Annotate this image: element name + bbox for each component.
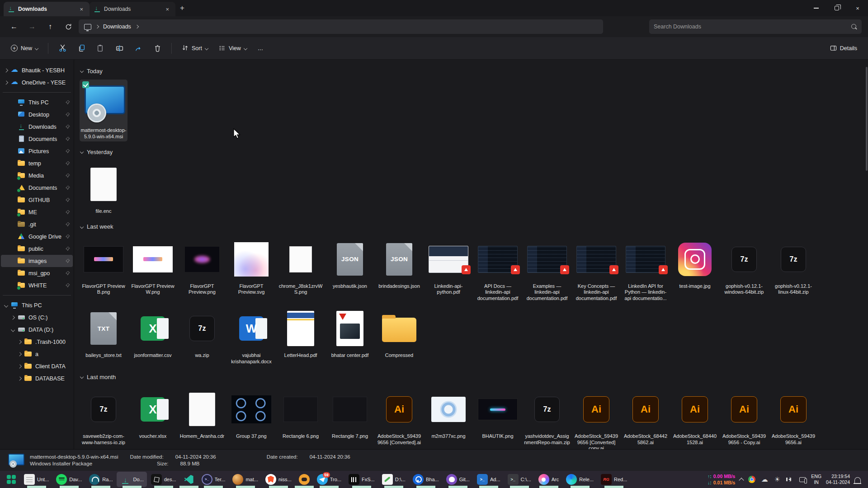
back-button[interactable]: ← <box>6 19 22 34</box>
tab-close-icon[interactable]: × <box>78 5 85 13</box>
file-tile[interactable]: file.enc <box>80 160 127 216</box>
volume-icon[interactable] <box>786 475 794 483</box>
file-tile[interactable]: X jsonformatter.csv <box>129 305 177 361</box>
expand-chevron-icon[interactable] <box>18 376 22 380</box>
device-monitor-icon[interactable] <box>798 475 807 483</box>
taskbar-app-notepadpp[interactable]: D:\... <box>379 472 409 487</box>
taskbar-app-onepassword[interactable]: Bha... <box>410 472 442 487</box>
expand-chevron-icon[interactable] <box>11 328 15 332</box>
section-header[interactable]: Yesterday <box>80 146 866 158</box>
paste-button[interactable] <box>92 41 109 56</box>
taskbar-app-cube[interactable]: des... <box>148 472 179 487</box>
sidebar-item-onedrive-yese[interactable]: OneDrive - YESE <box>1 76 73 89</box>
close-button[interactable]: × <box>847 0 868 16</box>
taskbar-app-brave[interactable]: niss... <box>262 472 295 487</box>
collapse-chevron-icon[interactable] <box>80 69 84 73</box>
share-button[interactable] <box>130 41 147 56</box>
sidebar-item-white[interactable]: WHITE <box>1 279 73 291</box>
minimize-button[interactable] <box>806 0 826 16</box>
file-tile[interactable]: 7z gophish-v0.12.1-windows-64bit.zip <box>720 235 768 297</box>
file-tile[interactable]: Ai AdobeStock_594399656 - Copy.ai <box>720 385 768 447</box>
search-icon[interactable] <box>851 24 857 30</box>
taskbar-app-vscode[interactable] <box>180 472 198 487</box>
sidebar-item-pictures[interactable]: Pictures <box>1 145 73 157</box>
sidebar-item-database[interactable]: DATABASE <box>1 372 73 385</box>
file-area[interactable]: Today mattermost-desktop-5.9.0-win-x64.m… <box>74 60 868 449</box>
file-tile[interactable]: Ai AdobeStock_594399656 [Converted] copy… <box>572 385 620 449</box>
taskbar-app-downloads[interactable]: ↓ Do... <box>117 472 146 487</box>
section-header[interactable]: Today <box>80 65 866 77</box>
sidebar-item-documents[interactable]: Documents <box>1 133 73 145</box>
expand-chevron-icon[interactable] <box>4 303 8 307</box>
file-tile[interactable]: Ai AdobeStock_684401528.ai <box>671 385 719 447</box>
expand-chevron-icon[interactable] <box>18 352 22 356</box>
details-pane-toggle[interactable]: Details <box>826 42 862 55</box>
delete-button[interactable] <box>149 41 166 56</box>
expand-chevron-icon[interactable] <box>11 315 15 319</box>
sidebar-item-downloads[interactable]: Downloads <box>1 121 73 133</box>
expand-chevron-icon[interactable] <box>18 340 22 344</box>
forward-button[interactable]: → <box>24 19 40 34</box>
file-tile[interactable]: Ai AdobeStock_684425862.ai <box>622 385 670 447</box>
cut-button[interactable] <box>54 41 71 56</box>
search-box[interactable]: Search Downloads <box>649 19 862 34</box>
file-tile[interactable]: Examples — linkedin-api documentation.pd… <box>523 235 571 304</box>
rename-button[interactable]: A <box>111 41 128 56</box>
taskbar-app-telegram[interactable]: Tro... 59 <box>314 472 344 487</box>
sidebar-item-me[interactable]: ME <box>1 206 73 218</box>
file-tile[interactable]: Linkedin-api-python.pdf <box>425 235 472 297</box>
taskbar-app-cmd[interactable]: >_ C:\... <box>505 472 534 487</box>
chrome-tray-icon[interactable] <box>748 475 756 483</box>
view-button[interactable]: View <box>214 42 251 55</box>
sidebar-item-media[interactable]: Media <box>1 169 73 182</box>
file-tile[interactable]: FlavorGPT Preview W.png <box>129 235 177 297</box>
sidebar-item-msi-gpo[interactable]: msi_gpo <box>1 267 73 279</box>
file-tile[interactable]: test-image.jpg <box>671 235 719 291</box>
file-tile[interactable]: FlavorGPT Preview.svg <box>227 235 275 297</box>
explorer-tab[interactable]: Downloads × <box>90 2 175 16</box>
file-tile[interactable]: W vajubhai krishanapark.docx <box>227 305 275 366</box>
taskbar-app-start-button[interactable] <box>3 472 20 487</box>
file-tile[interactable]: Key Concepts — linkedin-api documentatio… <box>572 235 620 304</box>
explorer-tab[interactable]: Downloads × <box>4 2 90 16</box>
section-header[interactable]: Last month <box>80 371 866 383</box>
taskbar-app-redgiant[interactable]: RG Red... <box>598 472 630 487</box>
breadcrumb[interactable]: Downloads <box>103 23 131 30</box>
sidebar-item-desktop[interactable]: Desktop <box>1 108 73 121</box>
sidebar-item-bhautik-yesbh[interactable]: Bhautik - YESBH <box>1 64 73 76</box>
file-tile[interactable]: chrome_J8sk1zrvWS.png <box>277 235 325 297</box>
file-tile[interactable]: Ai AdobeStock_594399656.ai <box>769 385 817 447</box>
file-tile[interactable]: Homem_Aranha.cdr <box>178 385 226 441</box>
file-tile[interactable]: JSON yesbhautik.json <box>326 235 374 291</box>
file-tile[interactable]: API Docs — linkedin-api documentation.pd… <box>474 235 522 304</box>
brightness-icon[interactable]: ☀ <box>773 475 781 483</box>
taskbar-app-avatar[interactable]: mat... <box>229 472 261 487</box>
sidebar-item--trash-1000[interactable]: .Trash-1000 <box>1 336 73 348</box>
address-bar[interactable]: Downloads <box>79 19 603 34</box>
expand-chevron-icon[interactable] <box>4 80 8 84</box>
sidebar-item-google-drive[interactable]: Google Drive <box>1 230 73 243</box>
chevron-right-icon[interactable] <box>135 25 139 28</box>
file-tile[interactable]: Rectangle 7.png <box>326 385 374 441</box>
sidebar-item-github[interactable]: GITHUB <box>1 194 73 206</box>
taskbar-app-headphones[interactable]: Ra... <box>86 472 116 487</box>
refresh-button[interactable] <box>61 19 76 34</box>
collapse-chevron-icon[interactable] <box>80 375 84 379</box>
up-button[interactable]: ↑ <box>42 19 58 34</box>
taskbar-app-terminal[interactable]: >_ Ter... <box>198 472 229 487</box>
sidebar-item-temp[interactable]: temp <box>1 157 73 169</box>
file-tile[interactable]: Group 37.png <box>227 385 275 441</box>
hidden-icons-chevron-icon[interactable] <box>739 478 744 483</box>
file-tile[interactable]: Compressed <box>375 305 423 361</box>
sort-button[interactable]: Sort <box>177 42 212 55</box>
taskbar-app-notepad[interactable]: Unt... <box>21 472 52 487</box>
file-tile[interactable]: LetterHead.pdf <box>277 305 325 361</box>
notification-bell-icon[interactable] <box>854 477 861 483</box>
sidebar-item-client-data[interactable]: Client DATA <box>1 360 73 372</box>
taskbar-app-edge[interactable]: Rele... <box>563 472 597 487</box>
file-tile[interactable]: TXT baileys_store.txt <box>80 305 127 361</box>
taskbar-app-powershell[interactable]: >_ Ad... <box>474 472 504 487</box>
sidebar-item-a[interactable]: a <box>1 348 73 360</box>
taskbar-app-github[interactable]: Git... <box>443 472 473 487</box>
file-tile[interactable]: 7z wa.zip <box>178 305 226 361</box>
